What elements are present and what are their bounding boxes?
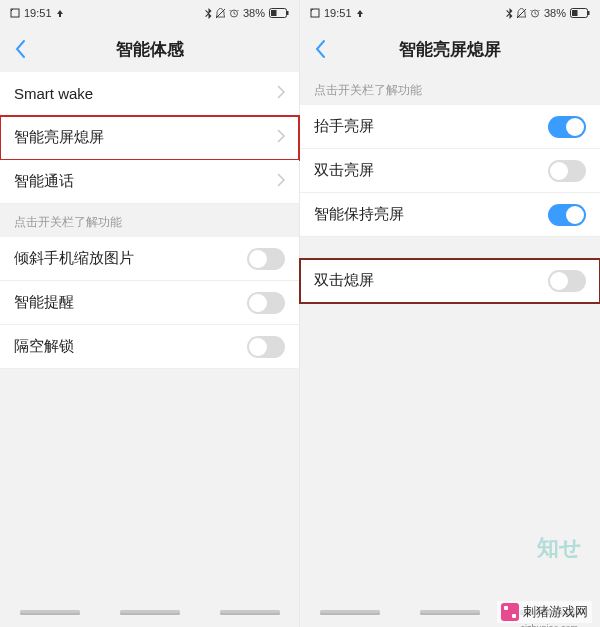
brand-icon	[501, 603, 519, 621]
arrow-up-icon	[356, 9, 364, 17]
svg-rect-4	[287, 11, 289, 15]
gesture-segment	[420, 610, 480, 613]
toggle-double-tap-off[interactable]	[548, 270, 586, 292]
status-bar: 19:51 38%	[300, 0, 600, 26]
battery-pct: 38%	[544, 7, 566, 19]
status-time: 19:51	[324, 7, 352, 19]
row-label: 智能亮屏熄屏	[14, 128, 277, 147]
toggle-double-tap-wake[interactable]	[548, 160, 586, 182]
row-label: 双击熄屏	[314, 271, 548, 290]
row-raise-wake[interactable]: 抬手亮屏	[300, 105, 600, 149]
row-label: 隔空解锁	[14, 337, 247, 356]
row-label: 双击亮屏	[314, 161, 548, 180]
svg-rect-11	[572, 10, 578, 16]
alarm-icon	[530, 8, 540, 18]
row-label: 智能提醒	[14, 293, 247, 312]
arrow-up-icon	[56, 9, 64, 17]
brand-name: 刺猪游戏网	[523, 603, 588, 621]
svg-rect-10	[588, 11, 590, 15]
row-label: 智能通话	[14, 172, 277, 191]
row-double-tap-off[interactable]: 双击熄屏	[300, 259, 600, 303]
row-label: 智能保持亮屏	[314, 205, 548, 224]
screen-right: 19:51 38% 智能亮屏熄屏 点击开关栏了解功能 抬手亮屏 双击亮屏	[300, 0, 600, 627]
row-air-unlock[interactable]: 隔空解锁	[0, 325, 299, 369]
bluetooth-icon	[205, 8, 212, 19]
battery-icon	[269, 8, 289, 18]
back-button[interactable]	[14, 39, 26, 59]
section-hint: 点击开关栏了解功能	[0, 204, 299, 237]
dnd-icon	[517, 8, 526, 19]
toggle-tilt-zoom[interactable]	[247, 248, 285, 270]
back-button[interactable]	[314, 39, 326, 59]
nav-header: 智能体感	[0, 26, 299, 72]
row-label: 抬手亮屏	[314, 117, 548, 136]
brand-domain: cizhuniao.com	[520, 623, 578, 627]
dnd-icon	[216, 8, 225, 19]
page-title: 智能体感	[0, 38, 299, 61]
gesture-segment	[320, 610, 380, 613]
row-label: Smart wake	[14, 85, 277, 102]
status-time: 19:51	[24, 7, 52, 19]
chevron-right-icon	[277, 85, 285, 102]
row-smart-remind[interactable]: 智能提醒	[0, 281, 299, 325]
section-hint: 点击开关栏了解功能	[300, 72, 600, 105]
toggle-smart-remind[interactable]	[247, 292, 285, 314]
row-smart-wake[interactable]: Smart wake	[0, 72, 299, 116]
gesture-segment	[220, 610, 280, 613]
row-smart-screen[interactable]: 智能亮屏熄屏	[0, 116, 299, 160]
brand-watermark: 刺猪游戏网 cizhuniao.com	[497, 601, 592, 623]
toggle-raise-wake[interactable]	[548, 116, 586, 138]
row-label: 倾斜手机缩放图片	[14, 249, 247, 268]
gesture-bar	[0, 610, 299, 613]
row-smart-keep-on[interactable]: 智能保持亮屏	[300, 193, 600, 237]
row-smart-call[interactable]: 智能通话	[0, 160, 299, 204]
watermark: 知せ	[537, 533, 582, 563]
row-double-tap-wake[interactable]: 双击亮屏	[300, 149, 600, 193]
svg-rect-5	[271, 10, 277, 16]
battery-pct: 38%	[243, 7, 265, 19]
toggle-air-unlock[interactable]	[247, 336, 285, 358]
chevron-right-icon	[277, 173, 285, 190]
chevron-right-icon	[277, 129, 285, 146]
sim-icon	[310, 8, 320, 18]
battery-icon	[570, 8, 590, 18]
screen-left: 19:51 38% 智能体感 Smart wake 智能亮屏熄屏	[0, 0, 300, 627]
gesture-segment	[120, 610, 180, 613]
bluetooth-icon	[506, 8, 513, 19]
nav-header: 智能亮屏熄屏	[300, 26, 600, 72]
page-title: 智能亮屏熄屏	[300, 38, 600, 61]
alarm-icon	[229, 8, 239, 18]
row-tilt-zoom[interactable]: 倾斜手机缩放图片	[0, 237, 299, 281]
sim-icon	[10, 8, 20, 18]
status-bar: 19:51 38%	[0, 0, 299, 26]
gesture-segment	[20, 610, 80, 613]
toggle-smart-keep-on[interactable]	[548, 204, 586, 226]
